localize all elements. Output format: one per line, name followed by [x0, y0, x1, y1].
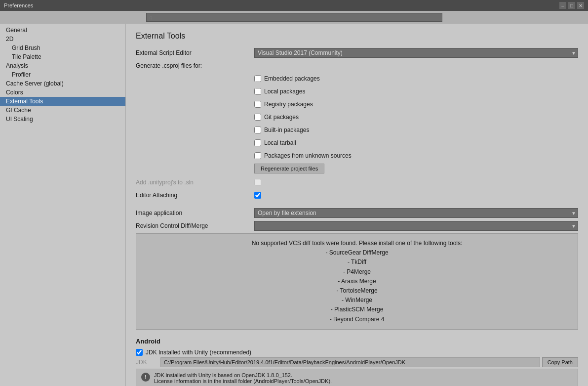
jdk-path-input[interactable] — [160, 357, 540, 367]
regenerate-button[interactable]: Regenerate project files — [254, 164, 324, 173]
jdk-unity-label: JDK Installed with Unity (recommended) — [146, 349, 251, 356]
editor-attaching-checkbox[interactable] — [254, 192, 261, 199]
package-label-embedded: Embedded packages — [264, 75, 320, 82]
package-row-builtin: Built-in packages — [254, 125, 578, 135]
restore-button[interactable]: □ — [568, 2, 575, 9]
package-checkbox-local[interactable] — [254, 88, 261, 95]
package-row-local-tarball: Local tarball — [254, 137, 578, 148]
sidebar-item-ui-scaling[interactable]: UI Scaling — [0, 115, 125, 124]
external-script-editor-dropdown[interactable]: Visual Studio 2017 (Community) — [254, 48, 578, 58]
android-section-header: Android — [136, 338, 578, 345]
package-checkbox-local-tarball[interactable] — [254, 139, 261, 146]
package-row-git: Git packages — [254, 112, 578, 123]
revision-control-label: Revision Control Diff/Merge — [136, 222, 254, 229]
package-label-builtin: Built-in packages — [264, 127, 309, 133]
package-checkbox-unknown[interactable] — [254, 152, 261, 159]
vcs-tool-2: - P4Merge — [144, 267, 570, 277]
content-area: External Tools External Script Editor Vi… — [126, 24, 588, 386]
package-checkbox-builtin[interactable] — [254, 127, 261, 133]
package-label-unknown: Packages from unknown sources — [264, 152, 352, 159]
package-label-local: Local packages — [264, 88, 305, 95]
search-input[interactable] — [146, 13, 442, 22]
jdk-copy-button[interactable]: Copy Path — [542, 357, 578, 367]
package-row-registry: Registry packages — [254, 99, 578, 110]
sidebar-item-profiler[interactable]: Profiler — [0, 70, 125, 79]
editor-attaching-label: Editor Attaching — [136, 192, 254, 199]
sidebar-item-cache-server[interactable]: Cache Server (global) — [0, 79, 125, 88]
package-row-local: Local packages — [254, 86, 578, 97]
sidebar-item-grid-brush[interactable]: Grid Brush — [0, 43, 125, 52]
page-title: External Tools — [136, 32, 578, 41]
package-label-local-tarball: Local tarball — [264, 139, 296, 146]
add-unityproj-label: Add .unityproj's to .sln — [136, 179, 254, 186]
jdk-field-label: JDK — [136, 359, 160, 366]
vcs-tool-1: - TkDiff — [144, 257, 570, 267]
jdk-info-box: ! JDK installed with Unity is based on O… — [136, 369, 578, 386]
vcs-tool-5: - WinMerge — [144, 296, 570, 305]
jdk-info-line1: JDK installed with Unity is based on Ope… — [154, 372, 332, 378]
package-row-embedded: Embedded packages — [254, 73, 578, 84]
info-icon: ! — [141, 373, 150, 382]
sidebar-item-external-tools[interactable]: External Tools — [0, 97, 125, 106]
app-title: Preferences — [4, 2, 33, 8]
minimize-button[interactable]: – — [559, 2, 566, 9]
jdk-info-line2: License information is in the install fo… — [154, 378, 332, 384]
sidebar-item-general[interactable]: General — [0, 26, 125, 35]
revision-control-dropdown[interactable] — [254, 221, 578, 231]
vcs-tool-6: - PlasticSCM Merge — [144, 305, 570, 314]
close-button[interactable]: ✕ — [577, 2, 584, 9]
search-bar — [0, 11, 588, 24]
sidebar-item-tile-palette[interactable]: Tile Palette — [0, 52, 125, 61]
package-row-unknown: Packages from unknown sources — [254, 150, 578, 161]
package-label-git: Git packages — [264, 114, 299, 121]
sidebar-item-colors[interactable]: Colors — [0, 88, 125, 97]
add-unityproj-checkbox[interactable] — [254, 179, 261, 186]
sidebar-item-analysis[interactable]: Analysis — [0, 61, 125, 70]
vcs-message-box: No supported VCS diff tools were found. … — [136, 233, 578, 330]
image-application-label: Image application — [136, 210, 254, 216]
sidebar-item-2d[interactable]: 2D — [0, 35, 125, 43]
image-application-dropdown[interactable]: Open by file extension — [254, 208, 578, 218]
package-checkbox-embedded[interactable] — [254, 75, 261, 82]
jdk-unity-checkbox[interactable] — [136, 349, 143, 356]
package-checkbox-git[interactable] — [254, 114, 261, 121]
package-checkbox-registry[interactable] — [254, 101, 261, 108]
external-script-editor-label: External Script Editor — [136, 49, 254, 56]
vcs-tool-7: - Beyond Compare 4 — [144, 315, 570, 324]
sidebar-item-gi-cache[interactable]: GI Cache — [0, 106, 125, 115]
vcs-tool-4: - TortoiseMerge — [144, 286, 570, 296]
title-bar: Preferences – □ ✕ — [0, 0, 588, 11]
vcs-main-message: No supported VCS diff tools were found. … — [144, 239, 570, 248]
vcs-tool-3: - Araxis Merge — [144, 277, 570, 286]
package-label-registry: Registry packages — [264, 101, 313, 108]
vcs-tool-0: - SourceGear DiffMerge — [144, 248, 570, 257]
generate-csproj-label: Generate .csproj files for: — [136, 62, 254, 69]
sidebar: General2DGrid BrushTile PaletteAnalysisP… — [0, 24, 126, 386]
